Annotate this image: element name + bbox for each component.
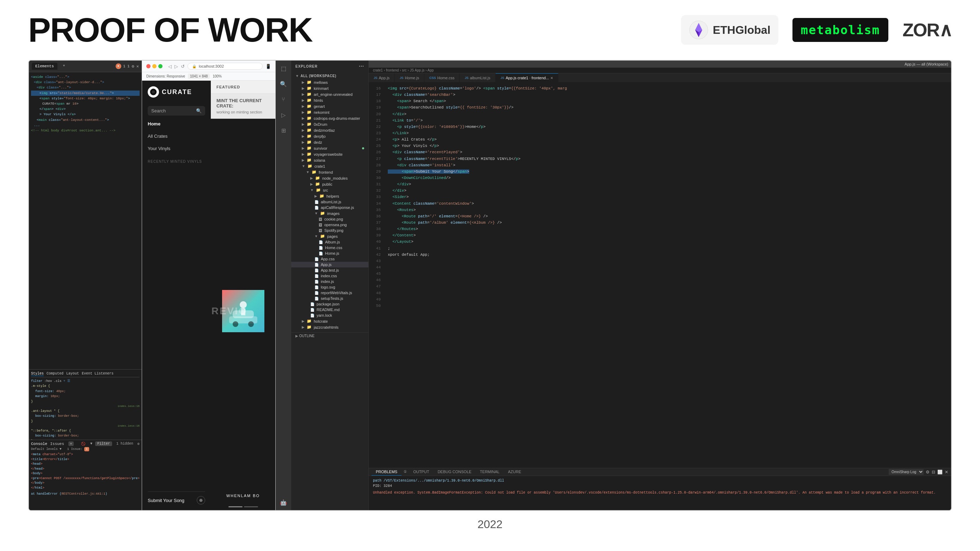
device-toolbar-icon[interactable]: 📱	[266, 64, 271, 69]
explorer-derpfjo[interactable]: ▶📁derpfjo	[291, 133, 368, 139]
explorer-app-js[interactable]: 📄App.js	[291, 262, 368, 267]
explorer-jazzcratehtmls[interactable]: ▶📁jazzcratehtmls	[291, 324, 368, 330]
explorer-genart[interactable]: ▶📁genart	[291, 103, 368, 109]
explorer-kirinmart[interactable]: ▶📁kirinmart	[291, 85, 368, 91]
tab-app-js[interactable]: JS App.js	[369, 73, 395, 82]
explorer-images[interactable]: ▼📁images	[291, 210, 368, 216]
minimize-button[interactable]	[152, 64, 156, 68]
explorer-helpers[interactable]: ▶📁helpers	[291, 193, 368, 199]
explorer-voyagers[interactable]: ▶📁voyagerswebsite	[291, 151, 368, 157]
explorer-apicallresponse-js[interactable]: 📄apiCallResponse.js	[291, 205, 368, 210]
maximize-button[interactable]	[158, 64, 162, 68]
console-output: <meta charset="utf-8"> <title>Error</tit…	[31, 453, 140, 497]
explorer-opensea-png[interactable]: 🖼opensea.png	[291, 222, 368, 227]
devtools-settings-icon[interactable]: ⚙	[132, 64, 134, 69]
tab-terminal[interactable]: TERMINAL	[476, 468, 504, 476]
explorer-index-js[interactable]: 📄index.js	[291, 279, 368, 284]
terminal-maximize-icon[interactable]: ⬜	[937, 470, 943, 475]
styles-tab-layout[interactable]: Layout	[66, 372, 79, 376]
search-icon[interactable]: 🔍	[278, 79, 288, 89]
refresh-icon[interactable]: ↺	[181, 64, 185, 69]
terminal-settings-icon[interactable]: ⚙	[926, 470, 929, 475]
devtools-toolbar: Elements ▼ ● 1 1 ⚙ ✕	[29, 60, 142, 72]
explorer-nekomint[interactable]: ▶📁nekomint	[291, 109, 368, 115]
extensions-icon[interactable]: ⊞	[278, 125, 288, 135]
explorer-mellows[interactable]: ▶📁mellows	[291, 79, 368, 85]
debug-icon[interactable]: ▷	[278, 110, 288, 120]
submit-song-area[interactable]: Submit Your Song ⊕	[148, 491, 205, 505]
explorer-src[interactable]: ▼📁src	[291, 187, 368, 193]
explorer-reportwebvitals[interactable]: 📄reportWebVitals.js	[291, 290, 368, 295]
log-selector[interactable]: OmniSharp Log	[889, 469, 924, 475]
tab-close-icon[interactable]: ✕	[550, 76, 553, 80]
styles-tab-computed[interactable]: Computed	[46, 372, 64, 376]
explorer-home-js[interactable]: 📄Home.js	[291, 251, 368, 256]
explorer-yarn-lock[interactable]: 📄yarn.lock	[291, 313, 368, 318]
explorer-app-test-js[interactable]: 📄App.test.js	[291, 267, 368, 273]
page-title: PROOF OF WORK	[28, 11, 312, 49]
explorer-node-modules[interactable]: ▶📁node_modules	[291, 175, 368, 181]
devtools-tab-other[interactable]: ▼	[60, 63, 68, 70]
styles-tab-event[interactable]: Event Listeners	[82, 372, 113, 376]
explorer-pages[interactable]: ▼📁pages	[291, 233, 368, 239]
explorer-readme-md[interactable]: 📄README.md	[291, 307, 368, 313]
lock-icon: 🔒	[192, 65, 196, 68]
tab-home-js[interactable]: JS Home.js	[395, 73, 425, 82]
mint-title: MINT THE CURRENT CRATE:	[216, 98, 270, 108]
explorer-package-json[interactable]: 📄package.json	[291, 301, 368, 307]
terminal-close-icon[interactable]: ✕	[945, 470, 948, 475]
curate-nav-your-vinyls[interactable]: Your Vinyls	[148, 144, 205, 152]
explorer-crate1[interactable]: ▼📁crate1	[291, 163, 368, 169]
source-control-icon[interactable]: ⑂	[278, 94, 288, 104]
explorer-menu-icon[interactable]: ···	[359, 64, 364, 69]
tab-problems[interactable]: PROBLEMS	[372, 468, 401, 476]
explorer-albumlist-js[interactable]: 📄albumList.js	[291, 199, 368, 205]
tab-app-js-active[interactable]: JS App.js crate1 · frontend... ✕	[496, 73, 558, 82]
explorer-cookie-png[interactable]: 🖼cookie.png	[291, 216, 368, 222]
explorer-index-css[interactable]: 📄index.css	[291, 273, 368, 279]
explorer-art-engine[interactable]: ▶📁art_engine-unrevealed	[291, 91, 368, 97]
explorer-spotify-png[interactable]: 🖼Spotify.png	[291, 227, 368, 233]
explorer-htmls[interactable]: ▶📁htmls	[291, 97, 368, 103]
explorer-home-css[interactable]: 📄Home.css	[291, 245, 368, 251]
explorer-app-css[interactable]: 📄App.css	[291, 256, 368, 262]
explorer-setuptests[interactable]: 📄setupTests.js	[291, 295, 368, 301]
issues-tab[interactable]: Issues	[50, 442, 64, 446]
screenshot-area: Elements ▼ ● 1 1 ⚙ ✕ <aside class="...">…	[28, 60, 952, 511]
close-button[interactable]	[146, 64, 151, 68]
terminal-split-icon[interactable]: ⊟	[932, 470, 935, 475]
remote-icon[interactable]: 🤖	[278, 497, 288, 507]
devtools-close-icon[interactable]: ✕	[137, 64, 139, 69]
forward-icon[interactable]: ▷	[175, 64, 178, 69]
explorer-0xdrum[interactable]: ▶📁0xDrum	[291, 121, 368, 127]
explorer-hotcrate[interactable]: ▶📁hotcrate	[291, 318, 368, 324]
styles-tab-styles[interactable]: Styles	[31, 372, 44, 376]
explorer-workspace-section: ▼ ALL (WORKSPACE) ▶📁mellows ▶📁kirinmart …	[291, 72, 368, 331]
url-bar[interactable]: 🔒 localhost:3002	[188, 63, 262, 70]
tab-output[interactable]: OUTPUT	[409, 468, 433, 476]
curate-nav-all-crates[interactable]: All Crates	[148, 132, 205, 140]
explorer-frontend[interactable]: ▼📁frontend	[291, 169, 368, 175]
explorer-dedz[interactable]: ▶📁dedz	[291, 139, 368, 145]
devtools-tab-elements[interactable]: Elements	[32, 63, 57, 70]
tab-azure[interactable]: AZURE	[504, 468, 525, 476]
console-tab[interactable]: Console	[31, 442, 47, 446]
back-icon[interactable]: ◁	[168, 64, 172, 69]
explorer-codrops[interactable]: ▶📁codrops-svg-drums-master	[291, 115, 368, 121]
explorer-dedzmortlaz[interactable]: ▶📁dedzmortlaz	[291, 127, 368, 133]
tab-debug-console[interactable]: DEBUG CONSOLE	[433, 468, 476, 476]
explorer-solana[interactable]: ▶📁solana	[291, 157, 368, 163]
outline-header[interactable]: ▶ OUTLINE	[291, 332, 368, 339]
curate-search-bar[interactable]: Search 🔍	[148, 106, 205, 116]
explorer-logo-svg[interactable]: 📄logo.svg	[291, 284, 368, 290]
explorer-survivor[interactable]: ▶📁survivor	[291, 145, 368, 151]
tab-home-css[interactable]: CSS Home.css	[425, 73, 460, 82]
tab-albumlist-js[interactable]: JS albumList.js	[460, 73, 496, 82]
explorer-public[interactable]: ▶📁public	[291, 181, 368, 187]
curate-nav-home[interactable]: Home	[148, 120, 205, 128]
scroll-indicator	[211, 503, 275, 510]
explorer-album-js[interactable]: 📄Album.js	[291, 239, 368, 245]
explorer-icon[interactable]: ⬚	[278, 64, 288, 73]
submit-song-icon[interactable]: ⊕	[197, 496, 205, 505]
workspace-root[interactable]: ▼ ALL (WORKSPACE)	[291, 73, 368, 79]
